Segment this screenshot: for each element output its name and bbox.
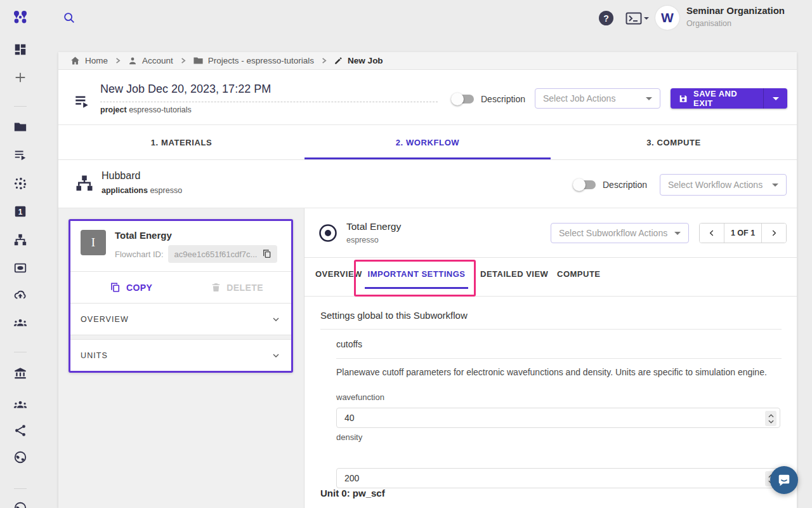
job-actions-select[interactable]: Select Job Actions — [535, 88, 660, 109]
units-panel: I Total Energy Flowchart ID: ac9ee1c651f… — [58, 208, 304, 508]
unit-title: Total Energy — [115, 230, 277, 241]
jobs-list-icon[interactable] — [13, 148, 27, 162]
workflow-content: I Total Energy Flowchart ID: ac9ee1c651f… — [58, 208, 797, 508]
chat-widget-button[interactable] — [770, 466, 798, 494]
overview-accordion[interactable]: OVERVIEW — [70, 303, 291, 335]
projects-folder-icon[interactable] — [13, 120, 27, 134]
breadcrumb-new-job: New Job — [334, 56, 383, 65]
breadcrumb-label: Account — [142, 56, 173, 65]
delete-button[interactable]: DELETE — [211, 282, 263, 293]
breadcrumb-projects[interactable]: Projects - espresso-tutorials — [193, 55, 314, 66]
workflow-tree-icon[interactable] — [13, 233, 27, 247]
avatar[interactable]: W — [655, 6, 679, 30]
wavefunction-stepper[interactable] — [765, 411, 776, 426]
unit-one-icon[interactable]: 1 — [13, 204, 27, 218]
job-title: New Job Dec 20, 2023, 17:22 PM — [100, 83, 438, 96]
copy-icon[interactable] — [262, 249, 272, 259]
pager-prev-button[interactable] — [700, 224, 724, 243]
workflow-actions-select[interactable]: Select Workflow Actions — [660, 174, 787, 196]
save-button-label: SAVE AND EXIT — [693, 89, 756, 108]
copy-button[interactable]: COPY — [110, 282, 152, 293]
subtab-detailed-view[interactable]: DETAILED VIEW — [480, 269, 548, 279]
wavefunction-label: wavefunction — [336, 392, 384, 402]
cloud-upload-icon[interactable] — [13, 288, 27, 302]
save-dropdown-button[interactable] — [763, 88, 787, 109]
trash-icon — [211, 282, 221, 293]
tab-workflow[interactable]: 2. WORKFLOW — [304, 125, 551, 159]
chevron-down-icon — [271, 351, 281, 361]
density-label: density — [336, 432, 362, 442]
wavefunction-input-wrap — [336, 408, 780, 428]
flowchart-id-pill[interactable]: ac9ee1c651f61cdf7c... — [168, 245, 278, 263]
workflow-tree-icon — [75, 174, 94, 193]
breadcrumb-home[interactable]: Home — [70, 55, 108, 66]
rail-divider — [14, 106, 27, 107]
wavefunction-input[interactable] — [337, 408, 780, 427]
save-and-exit-button[interactable]: SAVE AND EXIT — [671, 88, 787, 109]
stepper-up-icon — [768, 414, 774, 418]
add-icon[interactable] — [13, 70, 27, 84]
breadcrumb-label: Projects - espresso-tutorials — [208, 56, 314, 65]
chevron-right-icon — [179, 57, 187, 65]
workflow-actions-placeholder: Select Workflow Actions — [668, 180, 763, 190]
community-group-icon[interactable] — [13, 398, 27, 411]
accordion-gap — [70, 335, 291, 339]
subworkflow-actions-placeholder: Select Subworkflow Actions — [559, 228, 667, 238]
density-input[interactable] — [337, 469, 780, 488]
subworkflow-pager: 1 OF 1 — [699, 223, 787, 243]
subtab-overview[interactable]: OVERVIEW — [315, 269, 362, 279]
workflow-description-label: Description — [603, 180, 647, 190]
subworkflow-engine: espresso — [346, 236, 379, 244]
team-group-icon[interactable] — [13, 316, 27, 330]
density-input-wrap — [336, 468, 780, 488]
divider — [304, 296, 797, 297]
pencil-icon — [334, 56, 343, 65]
flowchart-id-value: ac9ee1c651f61cdf7c... — [174, 250, 258, 259]
breadcrumb-account[interactable]: Account — [128, 56, 173, 66]
job-description-toggle[interactable] — [452, 95, 474, 104]
save-icon — [678, 93, 688, 104]
job-actions-placeholder: Select Job Actions — [543, 93, 615, 104]
app-logo-icon[interactable] — [10, 8, 30, 28]
divider — [304, 257, 797, 258]
breadcrumb-label: New Job — [348, 56, 383, 65]
visualization-box-icon[interactable] — [13, 261, 27, 275]
share-nodes-icon[interactable] — [13, 424, 27, 438]
pager-next-button[interactable] — [762, 224, 786, 243]
settings-section-title: Settings global to this Subworkflow — [320, 310, 468, 321]
help-icon[interactable]: ? — [599, 11, 613, 25]
workflow-description-toggle[interactable] — [574, 180, 596, 189]
search-icon[interactable] — [62, 11, 76, 25]
subworkflow-actions-select[interactable]: Select Subworkflow Actions — [551, 223, 689, 243]
materials-dots-icon[interactable] — [13, 177, 27, 190]
unit-card[interactable]: I Total Energy Flowchart ID: ac9ee1c651f… — [69, 219, 293, 373]
overview-accordion-label: OVERVIEW — [81, 315, 129, 324]
tab-materials[interactable]: 1. MATERIALS — [58, 125, 304, 159]
subtab-important-settings[interactable]: IMPORTANT SETTINGS — [363, 269, 470, 279]
tab-compute[interactable]: 3. COMPUTE — [551, 125, 797, 159]
select-caret-icon — [772, 184, 778, 187]
dashboard-icon[interactable] — [13, 43, 27, 57]
job-step-tabs: 1. MATERIALS 2. WORKFLOW 3. COMPUTE — [58, 125, 797, 160]
job-description-label: Description — [481, 94, 525, 104]
org-name: Seminar Organization — [686, 5, 785, 16]
chevron-left-icon — [707, 229, 716, 237]
stepper-down-icon — [768, 420, 774, 424]
units-accordion[interactable]: UNITS — [70, 339, 291, 371]
globe-web-icon[interactable] — [13, 450, 27, 464]
breadcrumb-label: Home — [85, 56, 108, 65]
active-tab-underline — [304, 157, 551, 159]
unit-section-heading: Unit 0: pw_scf — [320, 488, 385, 498]
institution-bank-icon[interactable] — [13, 366, 27, 380]
globe-explore-icon[interactable] — [13, 501, 27, 508]
terminal-menu-icon[interactable] — [625, 12, 649, 25]
unit-badge: I — [81, 230, 106, 255]
pager-label: 1 OF 1 — [724, 224, 762, 243]
subtab-compute[interactable]: COMPUTE — [557, 269, 601, 279]
project-value: espresso-tutorials — [129, 105, 192, 114]
unit-card-actions: COPY DELETE — [70, 271, 291, 303]
home-icon — [70, 55, 81, 66]
job-title-field[interactable]: New Job Dec 20, 2023, 17:22 PM — [100, 83, 438, 102]
subworkflow-target-icon — [317, 222, 339, 244]
workflow-title: Hubbard — [102, 170, 140, 182]
